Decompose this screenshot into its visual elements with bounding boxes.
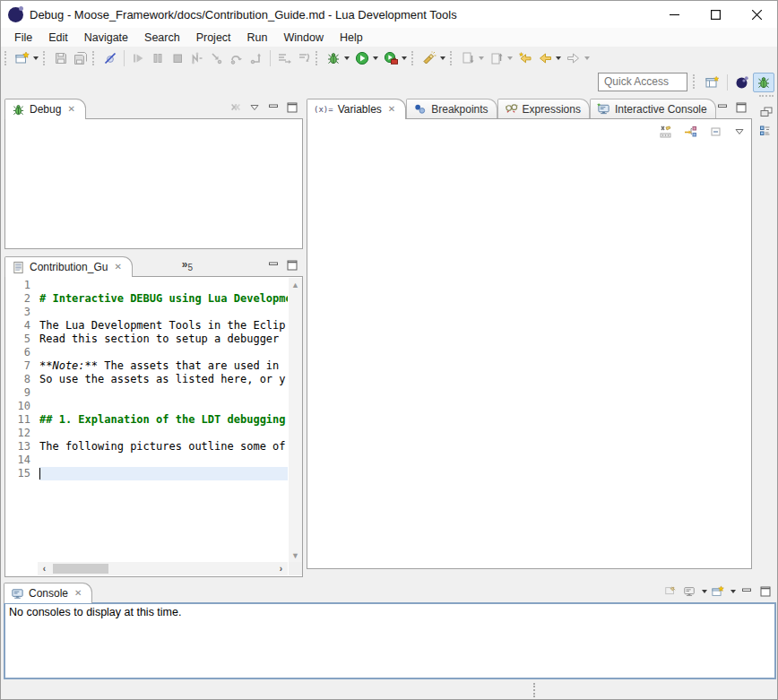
tab-console[interactable]: Console ✕ — [4, 583, 92, 603]
fast-view-grip[interactable] — [759, 95, 774, 98]
variables-maximize-button[interactable] — [733, 99, 749, 116]
tab-variables[interactable]: (x)= Variables ✕ — [307, 99, 406, 119]
toolbar-grip[interactable] — [43, 51, 48, 65]
variables-view-menu-button[interactable] — [731, 124, 748, 140]
editor-minimize-button[interactable] — [265, 257, 281, 273]
open-console-dropdown[interactable] — [730, 590, 736, 593]
external-tools-dropdown[interactable] — [402, 56, 407, 60]
back-button[interactable] — [535, 48, 564, 68]
editor-line[interactable] — [39, 346, 288, 359]
next-annotation-dropdown[interactable] — [479, 56, 484, 60]
close-icon[interactable]: ✕ — [65, 104, 76, 115]
editor-line[interactable] — [39, 279, 288, 292]
menu-help[interactable]: Help — [332, 30, 371, 46]
next-annotation-button[interactable] — [458, 48, 487, 68]
toolbar-grip[interactable] — [4, 51, 10, 65]
collapse-all-button[interactable] — [706, 123, 726, 141]
step-into-button[interactable] — [207, 48, 227, 68]
editor-line[interactable] — [39, 386, 288, 400]
menu-window[interactable]: Window — [276, 30, 332, 46]
editor-vertical-scrollbar[interactable]: ▲ ▼ — [289, 278, 302, 562]
scroll-left-arrow[interactable]: ‹ — [38, 562, 51, 575]
step-over-button[interactable] — [227, 48, 246, 68]
minimize-window-button[interactable] — [653, 1, 695, 28]
editor-line[interactable]: **Note:** The assets that are used in — [39, 359, 288, 373]
editor-code[interactable]: # Interactive DEBUG using Lua DevelopmeT… — [39, 279, 288, 562]
show-logical-structure-button[interactable] — [681, 123, 701, 141]
terminate-button[interactable] — [168, 48, 187, 68]
toolbar-grip[interactable] — [316, 51, 321, 65]
restore-view-button[interactable] — [757, 103, 775, 121]
search-button[interactable] — [419, 48, 448, 68]
external-tools-button[interactable] — [381, 48, 410, 68]
scroll-down-arrow[interactable]: ▼ — [289, 549, 302, 562]
menu-navigate[interactable]: Navigate — [76, 30, 136, 46]
save-button[interactable] — [51, 48, 71, 68]
display-console-dropdown[interactable] — [702, 590, 707, 593]
close-window-button[interactable] — [736, 1, 777, 28]
scrollbar-thumb[interactable] — [53, 564, 108, 574]
quick-access-input[interactable]: Quick Access — [598, 73, 687, 91]
previous-annotation-dropdown[interactable] — [507, 56, 513, 60]
tab-interactive-console[interactable]: Interactive Console — [590, 99, 716, 118]
last-edit-location-button[interactable] — [515, 48, 535, 68]
tab-breakpoints[interactable]: Breakpoints — [406, 99, 497, 118]
editor-horizontal-scrollbar[interactable]: ‹ › — [38, 562, 288, 575]
editor-line[interactable] — [39, 427, 288, 440]
scroll-right-arrow[interactable]: › — [274, 562, 288, 575]
editor-line[interactable]: Read this section to setup a debugger — [39, 333, 288, 346]
debug-dropdown[interactable] — [344, 56, 350, 60]
step-return-button[interactable] — [246, 48, 266, 68]
menu-run[interactable]: Run — [239, 30, 276, 46]
debug-view-content[interactable] — [4, 118, 303, 249]
editor-maximize-button[interactable] — [284, 257, 300, 273]
editor-line[interactable]: The following pictures outline some of — [39, 440, 288, 454]
open-console-button[interactable] — [710, 583, 726, 600]
debug-button[interactable] — [324, 48, 352, 68]
menu-edit[interactable]: Edit — [40, 30, 76, 46]
search-dropdown[interactable] — [440, 56, 445, 60]
resume-button[interactable] — [128, 48, 148, 68]
display-selected-console-button[interactable] — [681, 583, 697, 600]
close-icon[interactable]: ✕ — [112, 262, 123, 272]
tab-contribution-guide[interactable]: Contribution_Gu ✕ — [4, 256, 133, 277]
variables-content[interactable] — [307, 118, 752, 569]
console-maximize-button[interactable] — [757, 583, 774, 600]
debug-view-maximize-button[interactable] — [284, 99, 300, 116]
outline-view-button[interactable] — [757, 123, 775, 141]
debug-perspective-button[interactable] — [753, 73, 774, 92]
close-icon[interactable]: ✕ — [386, 104, 397, 115]
editor-line[interactable]: # Interactive DEBUG using Lua Developme — [39, 292, 288, 306]
status-bar-grip[interactable] — [533, 683, 536, 697]
suspend-button[interactable] — [148, 48, 168, 68]
forward-dropdown[interactable] — [584, 56, 590, 60]
use-step-filters-button[interactable] — [274, 48, 294, 68]
menu-file[interactable]: File — [6, 30, 40, 46]
editor-line[interactable]: So use the assets as listed here, or y — [39, 373, 288, 386]
drop-to-frame-button[interactable] — [294, 48, 314, 68]
menu-search[interactable]: Search — [136, 30, 188, 46]
forward-button[interactable] — [564, 48, 592, 68]
toolbar-grip[interactable] — [411, 51, 417, 65]
disconnect-button[interactable] — [187, 48, 207, 68]
run-button[interactable] — [352, 48, 381, 68]
debug-view-minimize-button[interactable] — [265, 99, 281, 116]
maximize-window-button[interactable] — [695, 1, 736, 28]
tab-debug[interactable]: Debug ✕ — [4, 99, 86, 119]
editor-line[interactable] — [39, 400, 288, 413]
open-perspective-button[interactable] — [702, 73, 723, 92]
toolbar-grip[interactable] — [92, 51, 98, 65]
editor-line[interactable] — [39, 454, 288, 467]
show-type-names-button[interactable] — [656, 123, 676, 141]
save-all-button[interactable] — [71, 48, 91, 68]
run-dropdown[interactable] — [373, 56, 378, 60]
pin-console-button[interactable] — [662, 583, 679, 600]
remove-terminated-button[interactable] — [228, 99, 244, 116]
editor-line[interactable] — [39, 306, 288, 319]
console-content[interactable]: No consoles to display at this time. — [4, 602, 776, 679]
menu-project[interactable]: Project — [188, 30, 239, 46]
new-wizard-dropdown[interactable] — [33, 56, 39, 60]
editor-line[interactable]: The Lua Development Tools in the Eclip — [39, 319, 288, 333]
toolbar-grip[interactable] — [450, 51, 455, 65]
close-icon[interactable]: ✕ — [73, 588, 83, 599]
